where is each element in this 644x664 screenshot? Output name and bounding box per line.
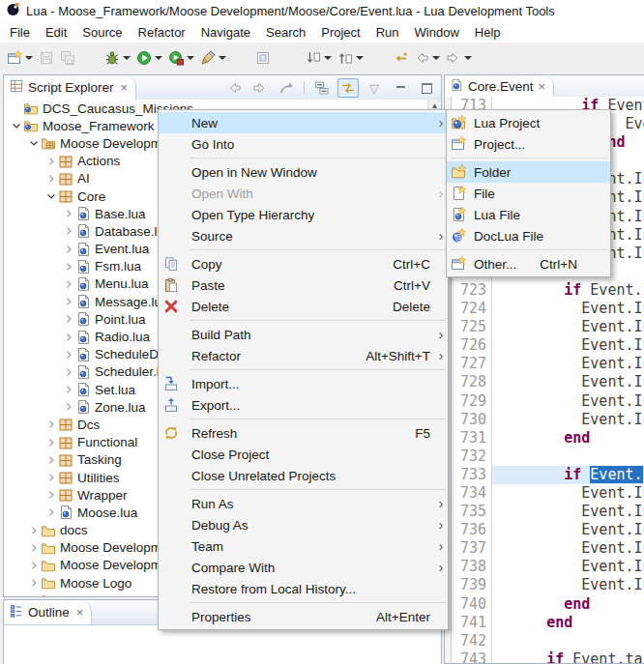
menu-item-open-type-hierarchy[interactable]: Open Type Hierarchy bbox=[159, 204, 448, 225]
dropdown-arrow-icon[interactable] bbox=[155, 56, 162, 60]
chevron-right-icon[interactable] bbox=[44, 452, 58, 468]
menu-item-go-into[interactable]: Go Into bbox=[159, 133, 448, 155]
dropdown-arrow-icon[interactable] bbox=[356, 56, 364, 60]
dropdown-arrow-icon[interactable] bbox=[219, 56, 226, 60]
link-with-editor-button[interactable] bbox=[337, 78, 359, 98]
format-brush-button[interactable] bbox=[197, 45, 229, 71]
code-line-739[interactable]: 739 Event.IniTypeName = Event.IniDCSUnit… bbox=[452, 576, 644, 594]
menu-item-paste[interactable]: PasteCtrl+V bbox=[159, 274, 448, 296]
menu-item-copy[interactable]: CopyCtrl+C bbox=[159, 253, 448, 274]
chevron-right-icon[interactable] bbox=[62, 259, 75, 274]
tab-core-event[interactable]: Core.Event × bbox=[445, 76, 554, 97]
menu-item-build-path[interactable]: Build Path› bbox=[159, 324, 448, 345]
menu-item-lua-project[interactable]: Lua Project bbox=[447, 112, 610, 133]
tab-script-explorer[interactable]: Script Explorer × bbox=[4, 76, 136, 100]
menu-source[interactable]: Source bbox=[74, 23, 130, 42]
menu-item-source[interactable]: Source› bbox=[159, 225, 448, 246]
menu-item-project[interactable]: Project... bbox=[447, 133, 610, 155]
menu-item-delete[interactable]: DeleteDelete bbox=[159, 296, 448, 317]
code-line-723[interactable]: 723 if Event.IniObjectCategory == Object… bbox=[452, 281, 644, 300]
run-button[interactable] bbox=[133, 45, 165, 71]
code-line-732[interactable]: 732 bbox=[452, 447, 644, 466]
dropdown-arrow-icon[interactable] bbox=[25, 56, 33, 60]
next-annotation-button[interactable] bbox=[303, 45, 335, 71]
show-whitespace-button[interactable] bbox=[274, 45, 279, 71]
menu-help[interactable]: Help bbox=[467, 23, 509, 42]
menu-edit[interactable]: Edit bbox=[38, 23, 74, 42]
menu-item-file[interactable]: File bbox=[447, 183, 610, 204]
back-button[interactable] bbox=[411, 45, 443, 71]
menu-item-new[interactable]: New› bbox=[159, 112, 448, 133]
code-line-738[interactable]: 738 Event.IniCategory = Event.IniDCSUnit… bbox=[452, 558, 644, 576]
close-icon[interactable]: × bbox=[121, 80, 129, 95]
menu-item-refactor[interactable]: RefactorAlt+Shift+T› bbox=[159, 345, 448, 366]
chevron-right-icon[interactable] bbox=[27, 523, 41, 538]
chevron-right-icon[interactable] bbox=[62, 311, 75, 327]
menu-item-debug-as[interactable]: Debug As› bbox=[159, 514, 448, 535]
code-line-728[interactable]: 728 Event.IniCategory = Event.IniDCSUnit… bbox=[452, 373, 644, 391]
menu-item-other[interactable]: Other...Ctrl+N bbox=[447, 253, 610, 274]
code-line-730[interactable]: 730 Event.IniCoalition = Event.IniDCSUni… bbox=[452, 411, 644, 429]
debug-button[interactable] bbox=[102, 45, 133, 71]
menu-item-refresh[interactable]: RefreshF5 bbox=[159, 422, 448, 444]
code-line-727[interactable]: 727 Event.IniUnit = STATIC:FindByName( E… bbox=[452, 355, 644, 373]
menu-navigate[interactable]: Navigate bbox=[193, 23, 258, 42]
minimize-button[interactable] bbox=[390, 78, 411, 98]
chevron-right-icon[interactable] bbox=[62, 399, 75, 415]
chevron-right-icon[interactable] bbox=[62, 382, 75, 397]
maximize-button[interactable] bbox=[416, 78, 437, 98]
chevron-right-icon[interactable] bbox=[44, 470, 58, 485]
new-wizard-button[interactable] bbox=[4, 45, 36, 71]
last-edit-location-button[interactable] bbox=[390, 45, 411, 71]
close-icon[interactable]: × bbox=[76, 605, 84, 620]
chevron-down-icon[interactable] bbox=[44, 188, 58, 204]
chevron-right-icon[interactable] bbox=[62, 347, 75, 362]
code-line-742[interactable]: 742 bbox=[452, 632, 644, 650]
chevron-right-icon[interactable] bbox=[62, 364, 75, 380]
dropdown-arrow-icon[interactable] bbox=[187, 56, 194, 60]
menu-project[interactable]: Project bbox=[313, 23, 367, 42]
chevron-right-icon[interactable] bbox=[44, 154, 58, 169]
dropdown-arrow-icon[interactable] bbox=[464, 56, 472, 60]
code-line-731[interactable]: 731 end bbox=[452, 429, 644, 447]
chevron-right-icon[interactable] bbox=[62, 276, 75, 292]
chevron-right-icon[interactable] bbox=[27, 592, 41, 596]
menu-file[interactable]: File bbox=[2, 23, 38, 42]
chevron-right-icon[interactable] bbox=[62, 223, 75, 239]
chevron-right-icon[interactable] bbox=[62, 206, 75, 221]
chevron-right-icon[interactable] bbox=[44, 417, 58, 432]
menu-search[interactable]: Search bbox=[258, 23, 313, 42]
chevron-right-icon[interactable] bbox=[44, 435, 58, 450]
menu-item-import[interactable]: Import... bbox=[159, 373, 448, 394]
dropdown-arrow-icon[interactable] bbox=[432, 56, 440, 60]
menu-item-team[interactable]: Team› bbox=[159, 535, 448, 557]
menu-refactor[interactable]: Refactor bbox=[131, 23, 193, 42]
chevron-down-icon[interactable] bbox=[27, 135, 41, 151]
chevron-right-icon[interactable] bbox=[62, 294, 75, 309]
code-line-737[interactable]: 737 Event.IniUnit = SCENERY:Register( Ev… bbox=[452, 539, 644, 558]
menu-item-doclua-file[interactable]: @DocLua File bbox=[447, 225, 610, 246]
back-nav-button[interactable] bbox=[223, 78, 245, 98]
code-line-729[interactable]: 729 Event.IniTypeName = Event.IniDCSUnit… bbox=[452, 392, 644, 411]
up-nav-button[interactable] bbox=[276, 78, 297, 98]
chevron-down-icon[interactable] bbox=[10, 118, 23, 133]
menu-run[interactable]: Run bbox=[368, 23, 407, 42]
code-line-726[interactable]: 726 Event.IniUnitName = Event.IniDCSUnit… bbox=[452, 336, 644, 355]
chevron-right-icon[interactable] bbox=[44, 505, 58, 520]
menu-item-close-project[interactable]: Close Project bbox=[159, 444, 448, 465]
chevron-right-icon[interactable] bbox=[62, 330, 75, 345]
code-line-741[interactable]: 741 end bbox=[452, 614, 644, 632]
menu-item-properties[interactable]: PropertiesAlt+Enter bbox=[159, 606, 448, 627]
menu-item-open-in-new-window[interactable]: Open in New Window bbox=[159, 161, 448, 183]
menu-window[interactable]: Window bbox=[407, 23, 467, 42]
forward-nav-button[interactable] bbox=[249, 78, 271, 98]
code-line-725[interactable]: 725 Event.IniDCSUnitName = Event.IniDCSU… bbox=[452, 318, 644, 336]
code-line-734[interactable]: 734 Event.IniDCSUnit = Event.initiator bbox=[452, 484, 644, 503]
code-line-733[interactable]: 733 if Event.IniObjectCategory == Object… bbox=[452, 466, 644, 484]
code-line-740[interactable]: 740 end bbox=[452, 595, 644, 614]
chevron-right-icon[interactable] bbox=[44, 171, 58, 187]
menu-item-restore-from-local-history[interactable]: Restore from Local History... bbox=[159, 578, 448, 599]
view-menu-button[interactable]: ▽ bbox=[364, 78, 385, 98]
collapse-all-button[interactable] bbox=[311, 78, 333, 98]
dropdown-arrow-icon[interactable] bbox=[123, 56, 131, 60]
